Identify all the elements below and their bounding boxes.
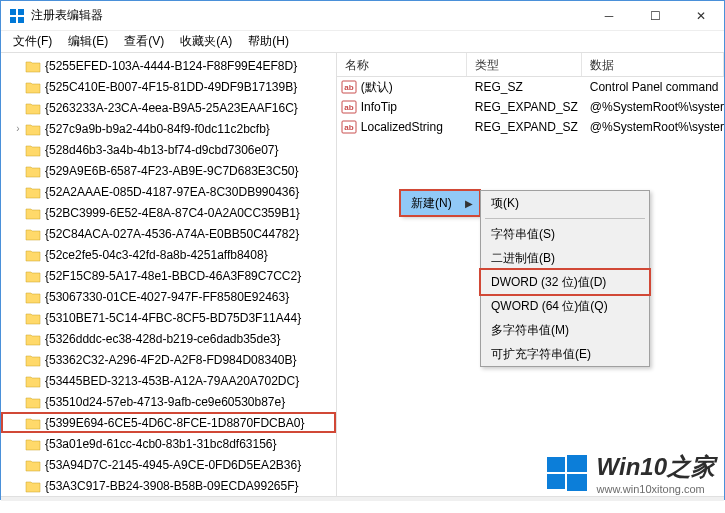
tree-item-label: {53A3C917-BB24-3908-B58B-09ECDA99265F} — [45, 479, 299, 493]
svg-text:ab: ab — [344, 83, 353, 92]
svg-rect-13 — [567, 474, 587, 491]
tree-item-label: {5399E694-6CE5-4D6C-8FCE-1D8870FDCBA0} — [45, 416, 304, 430]
col-name[interactable]: 名称 — [337, 53, 467, 76]
tree-item-label: {527c9a9b-b9a2-44b0-84f9-f0dc11c2bcfb} — [45, 122, 270, 136]
tree-item[interactable]: {5263233A-23CA-4eea-B9A5-25A23EAAF16C} — [1, 97, 336, 118]
ctx-submenu-label: 二进制值(B) — [491, 250, 555, 267]
list-header: 名称 类型 数据 — [337, 53, 724, 77]
watermark-url: www.win10xitong.com — [597, 483, 705, 495]
menubar: 文件(F) 编辑(E) 查看(V) 收藏夹(A) 帮助(H) — [1, 31, 724, 53]
tree-item-label: {53A94D7C-2145-4945-A9CE-0FD6D5EA2B36} — [45, 458, 301, 472]
col-type[interactable]: 类型 — [467, 53, 582, 76]
tree-item[interactable]: {53445BED-3213-453B-A12A-79AA20A702DC} — [1, 370, 336, 391]
tree-item-label: {52C84ACA-027A-4536-A74A-E0BB50C44782} — [45, 227, 299, 241]
tree-item[interactable]: ›{527c9a9b-b9a2-44b0-84f9-f0dc11c2bcfb} — [1, 118, 336, 139]
tree-item[interactable]: {525C410E-B007-4F15-81DD-49DF9B17139B} — [1, 76, 336, 97]
value-name: InfoTip — [361, 100, 397, 114]
ctx-submenu-item[interactable]: 项(K) — [481, 191, 649, 215]
svg-rect-12 — [547, 474, 565, 489]
tree-item[interactable]: {53362C32-A296-4F2D-A2F8-FD984D08340B} — [1, 349, 336, 370]
tree-item[interactable]: {52F15C89-5A17-48e1-BBCD-46A3F89C7CC2} — [1, 265, 336, 286]
tree-item[interactable]: {52BC3999-6E52-4E8A-87C4-0A2A0CC359B1} — [1, 202, 336, 223]
watermark: Win10之家 www.win10xitong.com — [545, 451, 715, 495]
ctx-submenu-item[interactable]: 字符串值(S) — [481, 222, 649, 246]
menu-edit[interactable]: 编辑(E) — [60, 31, 116, 52]
value-data: @%SystemRoot%\syster — [582, 120, 724, 134]
tree-item-label: {52F15C89-5A17-48e1-BBCD-46A3F89C7CC2} — [45, 269, 301, 283]
expander-icon[interactable]: › — [13, 123, 23, 134]
tree-item-label: {53067330-01CE-4027-947F-FF8580E92463} — [45, 290, 289, 304]
svg-rect-1 — [18, 9, 24, 15]
value-data: Control Panel command — [582, 80, 724, 94]
ctx-new[interactable]: 新建(N) ▶ — [401, 191, 479, 215]
value-data: @%SystemRoot%\syster — [582, 100, 724, 114]
watermark-title: Win10之家 — [597, 451, 715, 483]
value-row[interactable]: abInfoTipREG_EXPAND_SZ@%SystemRoot%\syst… — [337, 97, 724, 117]
tree-item[interactable]: {5326dddc-ec38-428d-b219-ce6dadb35de3} — [1, 328, 336, 349]
tree-item-label: {53a01e9d-61cc-4cb0-83b1-31bc8df63156} — [45, 437, 277, 451]
value-row[interactable]: abLocalizedStringREG_EXPAND_SZ@%SystemRo… — [337, 117, 724, 137]
svg-rect-0 — [10, 9, 16, 15]
chevron-right-icon: ▶ — [465, 198, 473, 209]
tree-pane[interactable]: {5255EFED-103A-4444-B124-F88F99E4EF8D}{5… — [1, 53, 337, 496]
tree-item[interactable]: {52ce2fe5-04c3-42fd-8a8b-4251affb8408} — [1, 244, 336, 265]
tree-item-label: {53445BED-3213-453B-A12A-79AA20A702DC} — [45, 374, 299, 388]
value-type: REG_EXPAND_SZ — [467, 120, 582, 134]
ctx-submenu-label: 可扩充字符串值(E) — [491, 346, 591, 363]
tree-item[interactable]: {53a01e9d-61cc-4cb0-83b1-31bc8df63156} — [1, 433, 336, 454]
tree-item[interactable]: {528d46b3-3a4b-4b13-bf74-d9cbd7306e07} — [1, 139, 336, 160]
tree-item[interactable]: {52C84ACA-027A-4536-A74A-E0BB50C44782} — [1, 223, 336, 244]
svg-rect-10 — [547, 457, 565, 472]
tree-item[interactable]: {529A9E6B-6587-4F23-AB9E-9C7D683E3C50} — [1, 160, 336, 181]
menu-view[interactable]: 查看(V) — [116, 31, 172, 52]
svg-text:ab: ab — [344, 123, 353, 132]
ctx-submenu-label: 字符串值(S) — [491, 226, 555, 243]
tree-item-label: {53510d24-57eb-4713-9afb-ce9e60530b87e} — [45, 395, 285, 409]
window-title: 注册表编辑器 — [31, 7, 586, 24]
ctx-submenu-label: DWORD (32 位)值(D) — [491, 274, 606, 291]
tree-item-label: {5255EFED-103A-4444-B124-F88F99E4EF8D} — [45, 59, 297, 73]
tree-item-label: {52ce2fe5-04c3-42fd-8a8b-4251affb8408} — [45, 248, 268, 262]
tree-item[interactable]: {53A94D7C-2145-4945-A9CE-0FD6D5EA2B36} — [1, 454, 336, 475]
ctx-submenu-item[interactable]: 多字符串值(M) — [481, 318, 649, 342]
tree-item-label: {53362C32-A296-4F2D-A2F8-FD984D08340B} — [45, 353, 297, 367]
context-submenu-new: 项(K)字符串值(S)二进制值(B)DWORD (32 位)值(D)QWORD … — [480, 190, 650, 367]
tree-item-label: {5310BE71-5C14-4FBC-8CF5-BD75D3F11A44} — [45, 311, 301, 325]
ctx-submenu-label: 多字符串值(M) — [491, 322, 569, 339]
ctx-submenu-label: QWORD (64 位)值(Q) — [491, 298, 608, 315]
svg-rect-2 — [10, 17, 16, 23]
maximize-button[interactable]: ☐ — [632, 1, 678, 31]
menu-favorites[interactable]: 收藏夹(A) — [172, 31, 240, 52]
tree-item-label: {52A2AAAE-085D-4187-97EA-8C30DB990436} — [45, 185, 299, 199]
minimize-button[interactable]: ─ — [586, 1, 632, 31]
tree-item-label: {529A9E6B-6587-4F23-AB9E-9C7D683E3C50} — [45, 164, 299, 178]
context-menu-new: 新建(N) ▶ — [400, 190, 480, 216]
tree-item[interactable]: {53067330-01CE-4027-947F-FF8580E92463} — [1, 286, 336, 307]
menu-help[interactable]: 帮助(H) — [240, 31, 297, 52]
tree-item-label: {525C410E-B007-4F15-81DD-49DF9B17139B} — [45, 80, 297, 94]
col-data[interactable]: 数据 — [582, 53, 724, 76]
app-icon — [9, 8, 25, 24]
tree-item-label: {528d46b3-3a4b-4b13-bf74-d9cbd7306e07} — [45, 143, 279, 157]
tree-item[interactable]: {53A3C917-BB24-3908-B58B-09ECDA99265F} — [1, 475, 336, 496]
svg-text:ab: ab — [344, 103, 353, 112]
tree-item[interactable]: {53510d24-57eb-4713-9afb-ce9e60530b87e} — [1, 391, 336, 412]
ctx-new-label: 新建(N) — [411, 195, 452, 212]
value-type: REG_EXPAND_SZ — [467, 100, 582, 114]
statusbar: 计算机\HKEY_CLASSES_ROOT\WOW6432Node\CLSID\… — [1, 496, 724, 501]
ctx-submenu-item[interactable]: QWORD (64 位)值(Q) — [481, 294, 649, 318]
tree-item[interactable]: {5255EFED-103A-4444-B124-F88F99E4EF8D} — [1, 55, 336, 76]
tree-item[interactable]: {52A2AAAE-085D-4187-97EA-8C30DB990436} — [1, 181, 336, 202]
tree-item-label: {5263233A-23CA-4eea-B9A5-25A23EAAF16C} — [45, 101, 298, 115]
tree-item[interactable]: {5310BE71-5C14-4FBC-8CF5-BD75D3F11A44} — [1, 307, 336, 328]
value-name: LocalizedString — [361, 120, 443, 134]
ctx-submenu-item[interactable]: 二进制值(B) — [481, 246, 649, 270]
close-button[interactable]: ✕ — [678, 1, 724, 31]
ctx-submenu-item[interactable]: 可扩充字符串值(E) — [481, 342, 649, 366]
menu-file[interactable]: 文件(F) — [5, 31, 60, 52]
ctx-submenu-item[interactable]: DWORD (32 位)值(D) — [481, 270, 649, 294]
tree-item[interactable]: {5399E694-6CE5-4D6C-8FCE-1D8870FDCBA0} — [1, 412, 336, 433]
value-row[interactable]: ab(默认)REG_SZControl Panel command — [337, 77, 724, 97]
tree-item-label: {52BC3999-6E52-4E8A-87C4-0A2A0CC359B1} — [45, 206, 300, 220]
titlebar: 注册表编辑器 ─ ☐ ✕ — [1, 1, 724, 31]
